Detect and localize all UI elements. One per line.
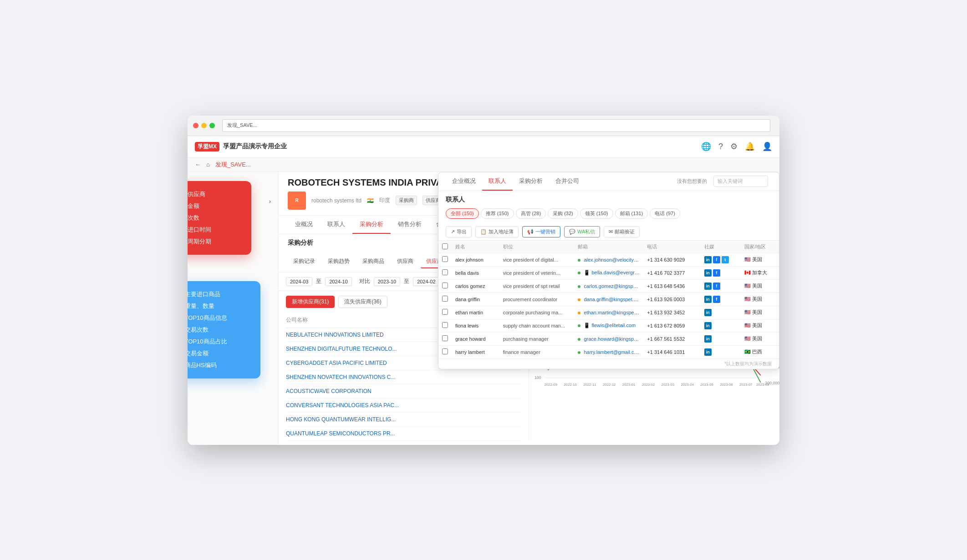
- sub-tab-suppliers[interactable]: 供应商: [392, 255, 419, 268]
- cell-name-4: ethan martin: [452, 306, 499, 319]
- nav-tab[interactable]: 发现_SAVE...: [215, 161, 251, 169]
- table-row: ethan martin corporate purchasing ma... …: [438, 306, 779, 319]
- tw-icon[interactable]: t: [722, 256, 729, 263]
- to-date[interactable]: 2024-10: [325, 277, 351, 286]
- export-btn[interactable]: ↗ 导出: [446, 226, 472, 237]
- filter-email[interactable]: 邮箱 (131): [615, 208, 648, 219]
- email-link-2[interactable]: carlos.gomez@kingspet.com: [584, 283, 643, 289]
- row-check-3[interactable]: [442, 296, 448, 302]
- email-link-5[interactable]: 📱 flewis@elitetail.com: [584, 323, 636, 328]
- email-link-0[interactable]: alex.johnson@velocityecommerce.com: [584, 257, 643, 262]
- cell-phone-6: +1 667 561 5532: [643, 332, 700, 345]
- row-check-5[interactable]: [442, 322, 448, 328]
- home-icon[interactable]: ⌂: [206, 161, 210, 168]
- row-check-2[interactable]: [442, 283, 448, 288]
- fb-icon[interactable]: f: [713, 269, 720, 277]
- address-bar[interactable]: 发现_SAVE...: [222, 119, 770, 132]
- new-supplier-btn[interactable]: 新增供应商(31): [286, 296, 335, 308]
- separator1: 至: [316, 277, 321, 285]
- email-link-7[interactable]: harry.lambert@gmail.com: [584, 349, 641, 355]
- li-icon[interactable]: in: [704, 309, 712, 316]
- filter-senior[interactable]: 高管 (28): [516, 208, 546, 219]
- filter-linkedin[interactable]: 领英 (150): [580, 208, 613, 219]
- cell-title-2: vice president of spt retail: [499, 279, 575, 293]
- row-check-6[interactable]: [442, 335, 448, 341]
- settings-icon[interactable]: ⚙: [730, 141, 738, 151]
- cell-social-3: inf: [701, 293, 741, 306]
- li-icon[interactable]: in: [704, 269, 712, 277]
- fb-icon[interactable]: f: [713, 256, 720, 263]
- cell-title-3: procurement coordinator: [499, 293, 575, 306]
- add-addr-btn[interactable]: 📋 加入地址薄: [475, 226, 519, 237]
- filter-all[interactable]: 全部 (150): [446, 208, 479, 219]
- supplier-item-3[interactable]: SHENZHEN NOVATECH INNOVATIONS C...: [286, 370, 521, 384]
- tab-contacts[interactable]: 联系人: [320, 216, 352, 234]
- svg-text:2022-12: 2022-12: [603, 383, 616, 387]
- row-check-0[interactable]: [442, 256, 448, 262]
- wa-btn[interactable]: 💬 WA私信: [564, 226, 600, 237]
- help-icon[interactable]: ?: [718, 142, 723, 151]
- sub-tab-goods[interactable]: 采购商品: [357, 255, 390, 268]
- li-icon[interactable]: in: [704, 322, 712, 329]
- bell-icon[interactable]: 🔔: [745, 141, 755, 151]
- cell-name-3: dana griffin: [452, 293, 499, 306]
- search-box[interactable]: 输入关键词: [713, 176, 768, 187]
- compare-to[interactable]: 2024-02: [413, 277, 439, 286]
- select-all-checkbox[interactable]: [442, 243, 448, 249]
- contact-tab-merged[interactable]: 合并公司: [549, 172, 585, 191]
- li-icon[interactable]: in: [704, 256, 712, 263]
- globe-icon[interactable]: 🌐: [701, 141, 711, 151]
- user-icon[interactable]: 👤: [762, 141, 772, 151]
- contact-tab-purchase[interactable]: 采购分析: [513, 172, 549, 191]
- maximize-btn[interactable]: [209, 123, 215, 128]
- sub-tab-trend[interactable]: 采购趋势: [322, 255, 355, 268]
- li-icon[interactable]: in: [704, 296, 712, 303]
- fb-icon[interactable]: f: [713, 283, 720, 290]
- row-check-7[interactable]: [442, 348, 448, 354]
- row-check-1[interactable]: [442, 269, 448, 275]
- row-checkbox-6: [438, 332, 452, 345]
- market-icon: 📢: [527, 229, 534, 235]
- row-check-4[interactable]: [442, 309, 448, 315]
- row-checkbox-1: [438, 266, 452, 279]
- close-btn[interactable]: [193, 123, 198, 128]
- supplier-item-5[interactable]: CONVERSANT TECHNOLOGIES ASIA PAC...: [286, 399, 521, 413]
- cell-social-6: in: [701, 332, 741, 345]
- lost-supplier-btn[interactable]: 流失供应商(36): [338, 296, 387, 308]
- li-icon[interactable]: in: [704, 348, 712, 356]
- compare-from[interactable]: 2023-10: [374, 277, 400, 286]
- fb-icon[interactable]: f: [713, 296, 720, 303]
- li-icon[interactable]: in: [704, 283, 712, 290]
- from-date[interactable]: 2024-03: [286, 277, 312, 286]
- filter-recommended[interactable]: 推荐 (150): [481, 208, 514, 219]
- sub-tab-records[interactable]: 采购记录: [288, 255, 321, 268]
- contact-tab-contacts[interactable]: 联系人: [482, 172, 513, 191]
- email-link-4[interactable]: ethan.martin@kingspet.us: [584, 310, 642, 315]
- cell-name-6: grace howard: [452, 332, 499, 345]
- li-icon[interactable]: in: [704, 335, 712, 343]
- supplier-item-7[interactable]: QUANTUMLEAP SEMICONDUCTORS PR...: [286, 427, 521, 441]
- email-link-6[interactable]: grace.howard@kingspet.com: [584, 336, 643, 342]
- svg-text:2022-09: 2022-09: [544, 383, 557, 387]
- back-btn[interactable]: ←: [195, 161, 201, 168]
- contact-tab-overview[interactable]: 企业概况: [446, 172, 482, 191]
- mail-icon: ✉: [609, 229, 613, 235]
- filter-purchase[interactable]: 采购 (32): [548, 208, 578, 219]
- email-link-1[interactable]: 📱 bella.davis@evergreen.com: [584, 270, 643, 275]
- marketing-btn[interactable]: 📢 一键营销: [522, 226, 560, 237]
- minimize-btn[interactable]: [201, 123, 207, 128]
- cell-email-7: harry.lambert@gmail.com: [574, 345, 643, 358]
- filter-phone[interactable]: 电话 (97): [650, 208, 680, 219]
- tab-overview[interactable]: 业概况: [288, 216, 320, 234]
- cell-email-0: alex.johnson@velocityecommerce.com: [574, 253, 643, 266]
- supplier-item-6[interactable]: HONG KONG QUANTUMWEAR INTELLIG...: [286, 413, 521, 427]
- main-content: 最大供应商 进口金额 进口次数 最后进口时间 采购周期分期 主要进口商品 重量、…: [188, 172, 779, 445]
- tooltip-blue: 主要进口商品 重量、数量 TOP10商品信息 交易次数 TOP10商品占比 交易…: [188, 281, 260, 378]
- tab-purchase[interactable]: 采购分析: [352, 216, 391, 234]
- svg-text:2022-11: 2022-11: [583, 383, 596, 387]
- supplier-item-4[interactable]: ACOUSTICWAVE CORPORATION: [286, 384, 521, 399]
- email-verify-btn[interactable]: ✉ 邮箱验证: [604, 226, 640, 237]
- header-right: 🌐 ? ⚙ 🔔 👤: [701, 141, 772, 151]
- email-link-3[interactable]: dana.griffin@kingspet.com: [584, 297, 643, 302]
- tab-sales[interactable]: 销售分析: [391, 216, 429, 234]
